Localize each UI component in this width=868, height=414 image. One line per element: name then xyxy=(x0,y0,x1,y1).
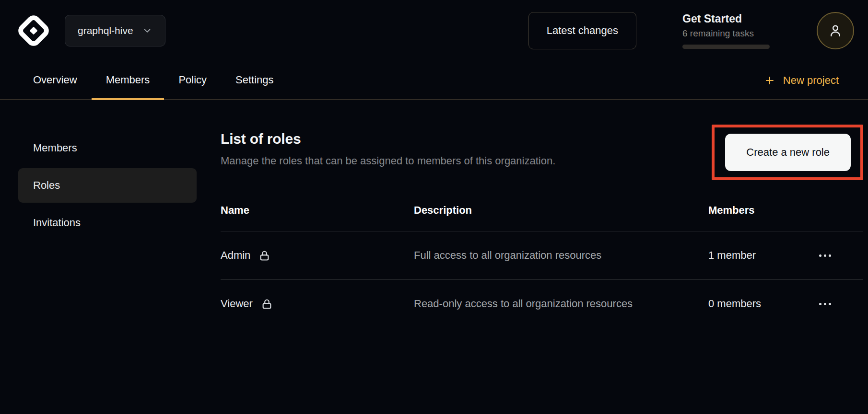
latest-changes-button[interactable]: Latest changes xyxy=(528,12,636,49)
create-new-role-button[interactable]: Create a new role xyxy=(725,134,851,171)
roles-table-header: Name Description Members xyxy=(221,204,863,231)
row-menu-icon[interactable] xyxy=(818,298,832,310)
lock-icon xyxy=(258,249,271,262)
column-header-description: Description xyxy=(414,204,708,217)
role-description: Read-only access to all organization res… xyxy=(414,294,644,313)
tab-overview[interactable]: Overview xyxy=(19,61,92,100)
tab-policy[interactable]: Policy xyxy=(164,61,221,100)
page-subtitle: Manage the roles that can be assigned to… xyxy=(221,155,555,167)
annotation-highlight-box: Create a new role xyxy=(712,125,863,180)
sidebar-item-members[interactable]: Members xyxy=(18,131,197,165)
table-row-viewer[interactable]: Viewer Read-only access to all organizat… xyxy=(221,279,863,328)
user-icon xyxy=(827,23,844,39)
role-member-count: 0 members xyxy=(708,298,818,310)
sidebar-item-roles[interactable]: Roles xyxy=(18,168,197,203)
top-bar-right: Latest changes Get Started 6 remaining t… xyxy=(528,12,854,49)
row-menu-icon[interactable] xyxy=(818,250,832,262)
new-project-button[interactable]: New project xyxy=(764,74,839,87)
role-name: Admin xyxy=(221,249,250,262)
get-started-widget[interactable]: Get Started 6 remaining tasks xyxy=(682,12,770,49)
get-started-remaining-tasks: 6 remaining tasks xyxy=(682,28,770,39)
role-description: Full access to all organization resource… xyxy=(414,246,644,265)
get-started-progress-bar xyxy=(682,45,770,49)
organization-name: graphql-hive xyxy=(78,25,133,36)
members-sidebar: Members Roles Invitations xyxy=(18,131,197,240)
content-area: Members Roles Invitations List of roles … xyxy=(0,100,868,328)
get-started-title: Get Started xyxy=(682,12,770,25)
page-title: List of roles xyxy=(221,131,555,147)
column-header-members: Members xyxy=(708,204,818,217)
role-name: Viewer xyxy=(221,298,253,310)
hive-app: graphql-hive Latest changes Get Started … xyxy=(0,0,868,414)
role-member-count: 1 member xyxy=(708,249,818,262)
org-tab-bar: Overview Members Policy Settings New pro… xyxy=(0,61,868,100)
hive-logo-icon[interactable] xyxy=(17,14,50,47)
roles-table: Name Description Members Admin Full acce… xyxy=(221,204,863,328)
column-header-name: Name xyxy=(221,204,414,217)
user-avatar[interactable] xyxy=(817,12,854,49)
new-project-label: New project xyxy=(783,74,839,87)
roles-heading-block: List of roles Manage the roles that can … xyxy=(221,131,555,167)
top-bar: graphql-hive Latest changes Get Started … xyxy=(0,0,868,61)
tab-members[interactable]: Members xyxy=(92,61,164,100)
plus-icon xyxy=(764,75,775,86)
chevron-down-icon xyxy=(142,25,152,36)
sidebar-item-invitations[interactable]: Invitations xyxy=(18,206,197,240)
lock-icon xyxy=(260,298,273,310)
table-row-admin[interactable]: Admin Full access to all organization re… xyxy=(221,231,863,279)
roles-panel: List of roles Manage the roles that can … xyxy=(221,131,863,328)
roles-panel-header: List of roles Manage the roles that can … xyxy=(221,131,863,180)
organization-selector[interactable]: graphql-hive xyxy=(65,15,165,46)
tab-settings[interactable]: Settings xyxy=(221,61,288,100)
